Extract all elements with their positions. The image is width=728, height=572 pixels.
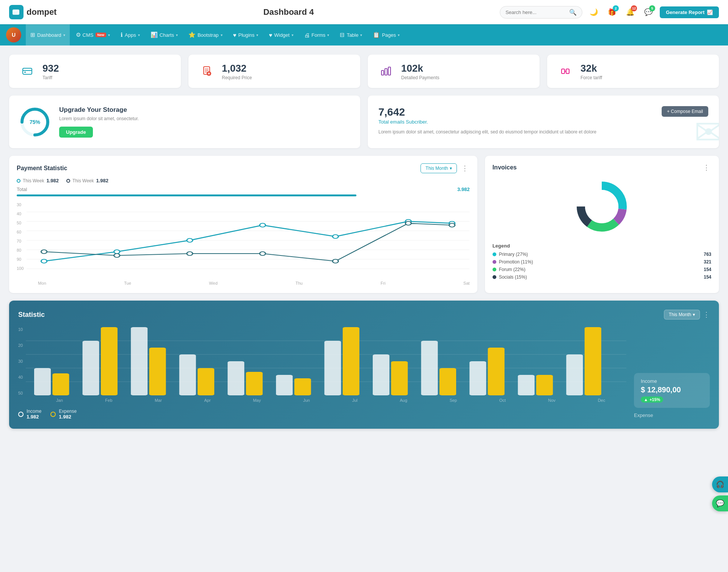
email-subtitle: Total emails Subcriber. <box>378 119 428 125</box>
svg-rect-56 <box>149 348 166 395</box>
svg-point-37 <box>187 252 193 255</box>
nav-item-cms[interactable]: ⚙ CMS New ▾ <box>71 24 115 45</box>
inv-dot-promotion <box>493 260 496 264</box>
x-axis: Mon Tue Wed Thu Fri Sat <box>27 281 469 285</box>
nav-item-table[interactable]: ⊟ Table ▾ <box>335 24 367 45</box>
tariff-label: Tariff <box>42 75 59 80</box>
statistic-more-button[interactable]: ⋮ <box>703 310 710 319</box>
statistic-card: Statistic This Month ▾ ⋮ 50 40 30 20 10 <box>9 301 719 429</box>
stat-card-detailed-payments: 102k Detalled Payments <box>368 55 540 88</box>
svg-rect-64 <box>343 327 359 395</box>
line-chart-wrapper: 100 90 80 70 60 50 40 30 <box>17 202 470 285</box>
inv-label-3: Socials (15%) <box>499 274 527 280</box>
search-icon: 🔍 <box>569 9 577 16</box>
statistic-bottom: Income 1.982 Expense 1.982 <box>18 409 626 420</box>
nav-item-forms[interactable]: 🖨 Forms ▾ <box>300 24 334 45</box>
svg-rect-71 <box>518 375 535 395</box>
svg-rect-74 <box>585 327 601 395</box>
required-price-value: 1,032 <box>222 63 252 74</box>
upgrade-button[interactable]: Upgrade <box>59 127 93 138</box>
stat-card-force-tariff: 32k Force tariff <box>547 55 719 88</box>
inv-label-0: Primary (27%) <box>499 252 528 257</box>
inv-dot-primary <box>493 252 496 256</box>
moon-icon-btn[interactable]: 🌙 <box>587 5 601 19</box>
stat-cards: 932 Tariff 1,032 Required Price <box>9 55 719 88</box>
logo-area: dompet <box>9 5 77 19</box>
gift-icon-btn[interactable]: 🎁 2 <box>605 5 619 19</box>
nav-item-plugins[interactable]: ♥ Plugins ▾ <box>229 24 263 45</box>
nav-item-dashboard[interactable]: ⊞ Dashboard ▾ <box>26 24 70 45</box>
svg-rect-5 <box>24 72 26 73</box>
svg-point-32 <box>333 235 338 238</box>
top-header: dompet Dashboard 4 🔍 🌙 🎁 2 🔔 12 💬 5 Gene… <box>0 0 728 24</box>
svg-rect-13 <box>381 71 384 75</box>
payment-filter-button[interactable]: This Month ▾ <box>420 163 457 173</box>
chat-icon-btn[interactable]: 💬 5 <box>642 5 655 19</box>
nav-label-plugins: Plugins <box>238 32 255 38</box>
force-tariff-icon <box>556 62 574 80</box>
dashboard-icon: ⊞ <box>30 31 35 38</box>
inv-val-1: 321 <box>704 259 711 265</box>
search-box[interactable]: 🔍 <box>500 6 582 19</box>
invoices-more-button[interactable]: ⋮ <box>701 163 711 172</box>
income-box: Income $ 12,890,00 ▲ +15% <box>634 373 710 408</box>
legend-val-0: 1.982 <box>46 178 59 183</box>
nav-item-apps[interactable]: ℹ Apps ▾ <box>116 24 144 45</box>
invoices-card: Invoices ⋮ Legend <box>485 156 719 293</box>
total-bar <box>17 194 356 196</box>
nav-item-pages[interactable]: 📋 Pages ▾ <box>368 24 404 45</box>
payment-card: Payment Statistic This Month ▾ ⋮ This We… <box>9 156 477 293</box>
chevron-down-icon-plugins: ▾ <box>256 33 258 37</box>
email-background-icon: ✉ <box>694 112 719 148</box>
search-input[interactable] <box>505 9 566 15</box>
generate-report-button[interactable]: Generate Report 📈 <box>660 6 719 18</box>
svg-rect-51 <box>34 368 51 395</box>
donut-chart <box>493 176 711 237</box>
nav-item-charts[interactable]: 📊 Charts ▾ <box>146 24 182 45</box>
mid-row: 75% Upgrade Your Storage Lorem ipsum dol… <box>9 96 719 148</box>
expense-box: Expense <box>634 412 710 420</box>
legend-item-0: This Week 1.982 <box>17 178 59 183</box>
invoices-title: Invoices <box>493 164 517 171</box>
invoices-header: Invoices ⋮ <box>493 163 711 172</box>
cms-new-badge: New <box>96 33 107 37</box>
detailed-payments-label: Detalled Payments <box>401 75 439 80</box>
svg-point-40 <box>406 221 411 225</box>
header-right: 🔍 🌙 🎁 2 🔔 12 💬 5 Generate Report 📈 <box>500 5 719 19</box>
statistic-filter-button[interactable]: This Month ▾ <box>664 310 700 320</box>
expense-box-label: Expense <box>634 412 710 418</box>
required-price-info: 1,032 Required Price <box>222 63 252 80</box>
bootstrap-icon: ⭐ <box>188 31 196 38</box>
logo-text: dompet <box>27 7 56 17</box>
detailed-payments-info: 102k Detalled Payments <box>401 63 439 80</box>
svg-rect-16 <box>562 69 565 74</box>
nav-item-bootstrap[interactable]: ⭐ Bootstrap ▾ <box>184 24 227 45</box>
bell-icon-btn[interactable]: 🔔 12 <box>623 5 637 19</box>
chevron-down-icon-bootstrap: ▾ <box>221 33 223 37</box>
svg-point-31 <box>260 223 265 227</box>
svg-rect-59 <box>228 361 245 395</box>
payment-title: Payment Statistic <box>17 165 67 172</box>
forms-icon: 🖨 <box>304 32 310 38</box>
line-chart-area: Mon Tue Wed Thu Fri Sat <box>27 202 469 285</box>
svg-rect-55 <box>131 327 147 395</box>
svg-rect-63 <box>325 341 341 395</box>
svg-point-29 <box>114 250 120 254</box>
inv-dot-socials <box>493 275 496 279</box>
income-panel: Income $ 12,890,00 ▲ +15% Expense <box>634 327 710 420</box>
income-badge-value: +15% <box>650 397 660 402</box>
svg-rect-1 <box>13 11 19 12</box>
inv-dot-forum <box>493 268 496 271</box>
storage-card: 75% Upgrade Your Storage Lorem ipsum dol… <box>9 96 360 148</box>
inv-legend-title: Legend <box>493 243 711 249</box>
expense-label: Expense <box>59 409 77 414</box>
payment-more-button[interactable]: ⋮ <box>460 164 470 172</box>
svg-rect-66 <box>391 361 408 395</box>
inv-item-2: Forum (22%) 154 <box>493 267 711 272</box>
statistic-content: 50 40 30 20 10 <box>18 327 710 420</box>
nav-item-widget[interactable]: ♥ Widget ▾ <box>264 24 298 45</box>
table-icon: ⊟ <box>340 31 345 38</box>
inv-val-2: 154 <box>704 267 711 272</box>
income-label: Income <box>27 409 41 414</box>
chevron-down-icon-apps: ▾ <box>138 33 140 37</box>
